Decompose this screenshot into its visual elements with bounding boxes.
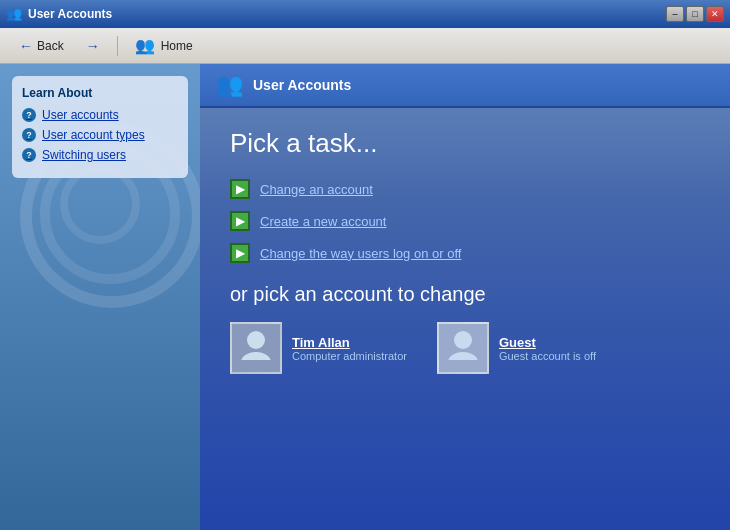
task-label-1: Change an account: [260, 182, 373, 197]
minimize-button[interactable]: –: [666, 6, 684, 22]
accounts-row: Tim Allan Computer administrator: [230, 322, 700, 384]
task-create-account[interactable]: ▶ Create a new account: [230, 211, 700, 231]
content-body: Pick a task... ▶ Change an account ▶ Cre…: [200, 108, 730, 530]
back-arrow-icon: ←: [19, 38, 33, 54]
task-arrow-icon-1: ▶: [230, 179, 250, 199]
sidebar-item-label-1: User accounts: [42, 108, 119, 122]
avatar-image-guest: [439, 324, 487, 372]
back-label: Back: [37, 39, 64, 53]
title-bar: 👥 User Accounts – □ ✕: [0, 0, 730, 28]
sidebar: Learn About ? User accounts ? User accou…: [0, 64, 200, 530]
pick-task-heading: Pick a task...: [230, 128, 700, 159]
forward-arrow-icon: →: [86, 38, 100, 54]
home-label: Home: [161, 39, 193, 53]
sidebar-item-user-accounts[interactable]: ? User accounts: [22, 108, 178, 122]
task-label-3: Change the way users log on or off: [260, 246, 461, 261]
account-name-tim[interactable]: Tim Allan: [292, 335, 407, 350]
content-header-title: User Accounts: [253, 77, 351, 93]
account-info-guest: Guest Guest account is off: [499, 335, 596, 362]
account-type-tim: Computer administrator: [292, 350, 407, 362]
title-controls: – □ ✕: [666, 6, 724, 22]
title-icon: 👥: [6, 6, 22, 22]
forward-button[interactable]: →: [77, 33, 109, 59]
svg-point-5: [454, 331, 472, 349]
toolbar: ← Back → 👥 Home: [0, 28, 730, 64]
task-label-2: Create a new account: [260, 214, 386, 229]
users-icon: 👥: [216, 72, 243, 98]
maximize-button[interactable]: □: [686, 6, 704, 22]
svg-rect-3: [232, 360, 280, 372]
learn-about-title: Learn About: [22, 86, 178, 100]
account-type-guest: Guest account is off: [499, 350, 596, 362]
home-button[interactable]: 👥 Home: [126, 31, 202, 60]
account-guest[interactable]: Guest Guest account is off: [437, 322, 596, 374]
sidebar-item-label-2: User account types: [42, 128, 145, 142]
learn-about-panel: Learn About ? User accounts ? User accou…: [12, 76, 188, 178]
content-area: 👥 User Accounts Pick a task... ▶ Change …: [200, 64, 730, 530]
sidebar-item-switching-users[interactable]: ? Switching users: [22, 148, 178, 162]
help-icon-1: ?: [22, 108, 36, 122]
sidebar-item-label-3: Switching users: [42, 148, 126, 162]
account-tim-allan[interactable]: Tim Allan Computer administrator: [230, 322, 407, 374]
home-icon: 👥: [135, 36, 155, 55]
help-icon-2: ?: [22, 128, 36, 142]
account-name-guest[interactable]: Guest: [499, 335, 596, 350]
close-button[interactable]: ✕: [706, 6, 724, 22]
avatar-image-tim: [232, 324, 280, 372]
or-pick-heading: or pick an account to change: [230, 283, 700, 306]
toolbar-divider: [117, 36, 118, 56]
back-button[interactable]: ← Back: [10, 33, 73, 59]
main-container: Learn About ? User accounts ? User accou…: [0, 64, 730, 530]
account-avatar-tim: [230, 322, 282, 374]
title-text: User Accounts: [28, 7, 112, 21]
svg-rect-7: [439, 360, 487, 372]
header-icon: 👥: [216, 72, 243, 98]
task-arrow-icon-3: ▶: [230, 243, 250, 263]
task-logon-options[interactable]: ▶ Change the way users log on or off: [230, 243, 700, 263]
svg-point-1: [247, 331, 265, 349]
task-change-account[interactable]: ▶ Change an account: [230, 179, 700, 199]
account-info-tim: Tim Allan Computer administrator: [292, 335, 407, 362]
sidebar-item-user-account-types[interactable]: ? User account types: [22, 128, 178, 142]
help-icon-3: ?: [22, 148, 36, 162]
account-avatar-guest: [437, 322, 489, 374]
content-header: 👥 User Accounts: [200, 64, 730, 108]
task-arrow-icon-2: ▶: [230, 211, 250, 231]
